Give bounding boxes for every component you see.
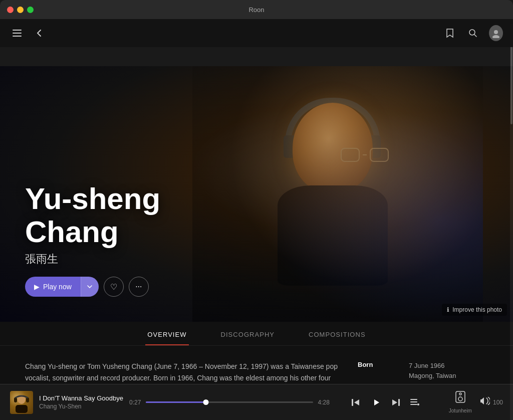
svg-point-4 xyxy=(494,30,498,34)
progress-track[interactable] xyxy=(146,401,313,403)
artist-name: Yu-sheng Chang xyxy=(25,182,160,249)
progress-thumb[interactable] xyxy=(203,399,209,405)
svg-rect-1 xyxy=(13,33,22,34)
top-nav xyxy=(0,19,513,47)
favorite-button[interactable]: ♡ xyxy=(104,277,124,297)
svg-rect-0 xyxy=(13,30,22,31)
svg-rect-12 xyxy=(410,399,417,400)
tab-discography[interactable]: DISCOGRAPHY xyxy=(219,324,277,345)
artist-name-chinese: 張雨生 xyxy=(25,252,160,267)
svg-rect-10 xyxy=(352,399,353,406)
volume-value: 100 xyxy=(493,399,503,406)
traffic-lights xyxy=(7,7,34,13)
heart-icon: ♡ xyxy=(110,282,117,292)
window-title: Roon xyxy=(248,6,264,14)
tab-compositions[interactable]: COMPOSITIONS xyxy=(307,324,368,345)
progress-area: 0:27 4:28 xyxy=(129,399,330,406)
hero-actions: ▶ Play now ♡ ··· xyxy=(25,277,160,297)
skip-forward-button[interactable] xyxy=(391,398,400,407)
play-pause-button[interactable] xyxy=(370,397,381,408)
tabs-bar: OVERVIEW DISCOGRAPHY COMPOSITIONS xyxy=(0,322,513,346)
bookmark-icon[interactable] xyxy=(443,26,457,40)
queue-button[interactable] xyxy=(410,399,419,406)
improve-photo-label: Improve this photo xyxy=(452,306,502,313)
player-track-title: I Don'T Wanna Say Goodbye xyxy=(39,394,123,402)
search-icon[interactable] xyxy=(466,26,480,40)
play-now-label: Play now xyxy=(43,283,72,291)
info-icon: ℹ xyxy=(447,306,449,313)
maximize-button[interactable] xyxy=(27,7,34,13)
skip-back-button[interactable] xyxy=(351,398,360,407)
title-bar: Roon xyxy=(0,0,513,19)
play-dropdown-arrow[interactable] xyxy=(81,277,99,297)
speaker-icon[interactable] xyxy=(455,391,466,406)
svg-rect-13 xyxy=(410,401,417,402)
album-art xyxy=(10,391,33,414)
scrollbar[interactable] xyxy=(510,19,513,420)
back-icon[interactable] xyxy=(32,26,46,40)
born-label: Born xyxy=(358,361,403,380)
device-section: Jotunheim xyxy=(449,391,472,413)
hero-overlay xyxy=(192,66,483,322)
device-name: Jotunheim xyxy=(449,408,472,413)
born-row: Born 7 June 1966 Magong, Taiwan xyxy=(358,361,488,380)
ellipsis-icon: ··· xyxy=(135,282,142,291)
nav-right xyxy=(443,26,503,40)
total-time: 4:28 xyxy=(318,399,330,406)
svg-rect-11 xyxy=(398,399,400,406)
svg-rect-14 xyxy=(410,404,417,405)
svg-rect-7 xyxy=(16,405,28,413)
avatar[interactable] xyxy=(489,26,503,40)
play-now-button[interactable]: ▶ Play now xyxy=(25,277,99,297)
player-info: I Don'T Wanna Say Goodbye Chang Yu-Shen xyxy=(39,394,123,410)
svg-point-17 xyxy=(458,397,462,401)
improve-photo-button[interactable]: ℹ Improve this photo xyxy=(442,304,507,316)
player-right: Jotunheim 100 xyxy=(449,391,503,413)
nav-left xyxy=(10,26,46,40)
more-options-button[interactable]: ··· xyxy=(129,277,149,297)
tab-overview[interactable]: OVERVIEW xyxy=(145,324,188,345)
hero-content: Yu-sheng Chang 張雨生 ▶ Play now ♡ ··· xyxy=(25,182,160,297)
player-bar: I Don'T Wanna Say Goodbye Chang Yu-Shen … xyxy=(0,384,513,420)
close-button[interactable] xyxy=(7,7,14,13)
svg-point-18 xyxy=(459,393,461,395)
volume-icon[interactable] xyxy=(480,397,490,407)
born-value: 7 June 1966 Magong, Taiwan xyxy=(409,361,456,380)
svg-point-3 xyxy=(469,30,475,35)
volume-section: 100 xyxy=(480,397,503,407)
svg-point-15 xyxy=(417,403,419,405)
player-controls xyxy=(351,397,419,408)
progress-fill xyxy=(146,401,206,403)
svg-rect-2 xyxy=(13,36,22,37)
hamburger-menu-icon[interactable] xyxy=(10,26,24,40)
current-time: 0:27 xyxy=(129,399,141,406)
minimize-button[interactable] xyxy=(17,7,24,13)
player-thumbnail xyxy=(10,391,33,414)
hero-section: Yu-sheng Chang 張雨生 ▶ Play now ♡ ··· ℹ xyxy=(0,66,513,322)
play-icon: ▶ xyxy=(34,283,40,291)
svg-point-5 xyxy=(492,35,499,38)
player-artist: Chang Yu-Shen xyxy=(39,403,123,410)
